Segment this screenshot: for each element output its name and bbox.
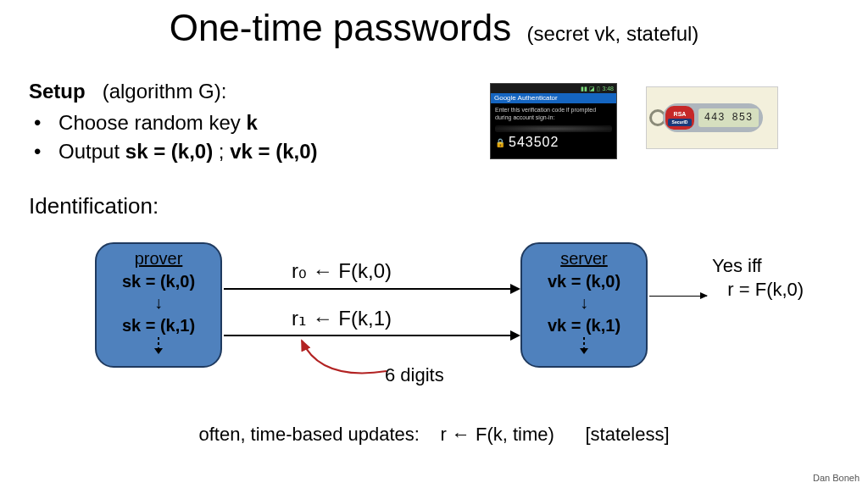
identification-label: Identification: (29, 193, 159, 219)
setup-note: (algorithm G) (103, 80, 221, 103)
message-label-r0: r₀ ← F(k,0) (292, 259, 392, 283)
setup-bullet-2: Output sk = (k,0) ; vk = (k,0) (29, 137, 318, 166)
message-arrow-r1 (224, 335, 519, 336)
token-sublogo: SecurID (668, 119, 692, 126)
footer-note: often, time-based updates: r ← F(k, time… (0, 424, 868, 446)
prover-state-1: sk = (k,1) (97, 316, 220, 336)
server-role: server (522, 249, 646, 269)
prover-box: prover sk = (k,0) ↓ sk = (k,1) (95, 242, 222, 368)
title-main: One-time passwords (170, 7, 511, 48)
server-state-0: vk = (k,0) (522, 272, 646, 291)
bullet2-sep: ; (213, 140, 230, 163)
setup-label: Setup (29, 80, 86, 103)
rsa-token: RSA SecurID 443 853 (646, 86, 778, 149)
bullet2-sk: sk = (k,0) (125, 140, 213, 163)
server-box: server vk = (k,0) ↓ vk = (k,1) (520, 242, 648, 368)
setup-bullet-1: Choose random key k (29, 108, 318, 137)
setup-section: Setup (algorithm G): Choose random key k… (29, 80, 318, 166)
down-arrow-icon: ↓ (97, 293, 220, 313)
token-badge: RSA SecurID (665, 106, 694, 130)
bullet1-text: Choose random key (58, 111, 246, 134)
six-digits-arrow (287, 337, 397, 386)
bullet2-pre: Output (58, 140, 125, 163)
token-lcd: 443 853 (698, 108, 759, 127)
phone-app-title: Google Authenticator (491, 93, 616, 103)
phone-hint: Enter this verification code if prompted… (491, 103, 616, 124)
six-digits-label: 6 digits (385, 364, 444, 386)
dashed-down-arrow-icon (158, 337, 159, 349)
slide-title: One-time passwords (secret vk, stateful) (0, 7, 868, 49)
verify-line1: Yes iff (712, 254, 804, 278)
bullet2-vk: vk = (k,0) (230, 140, 317, 163)
phone-code: 543502 (509, 135, 559, 150)
phone-smudge (495, 125, 612, 132)
server-state-1: vk = (k,1) (522, 316, 646, 336)
signal-icon: ▮▮ (581, 86, 587, 92)
down-arrow-icon: ↓ (522, 293, 646, 313)
token-logo: RSA (665, 110, 694, 118)
phone-statusbar: ▮▮ ◪ ▯ 3:48 (491, 84, 616, 93)
dashed-down-arrow-icon (583, 337, 585, 349)
verify-line2: r = F(k,0) (712, 278, 804, 302)
verify-arrow (649, 296, 707, 297)
message-arrow-r0 (224, 288, 519, 290)
setup-heading: Setup (algorithm G): (29, 80, 318, 103)
phone-time: 3:48 (602, 86, 614, 92)
bullet1-key: k (247, 111, 258, 134)
token-body: RSA SecurID 443 853 (663, 103, 763, 132)
phone-code-row: 🔒 543502 (491, 132, 616, 150)
wifi-icon: ◪ (589, 86, 595, 92)
author-credit: Dan Boneh (813, 473, 860, 483)
verify-text: Yes iff r = F(k,0) (712, 254, 804, 302)
lock-icon: 🔒 (495, 138, 505, 147)
prover-state-0: sk = (k,0) (97, 272, 220, 291)
prover-role: prover (97, 249, 220, 269)
battery-icon: ▯ (597, 86, 600, 92)
message-label-r1: r₁ ← F(k,1) (292, 307, 392, 330)
authenticator-phone: ▮▮ ◪ ▯ 3:48 Google Authenticator Enter t… (490, 83, 617, 159)
title-sub: (secret vk, stateful) (527, 22, 699, 45)
